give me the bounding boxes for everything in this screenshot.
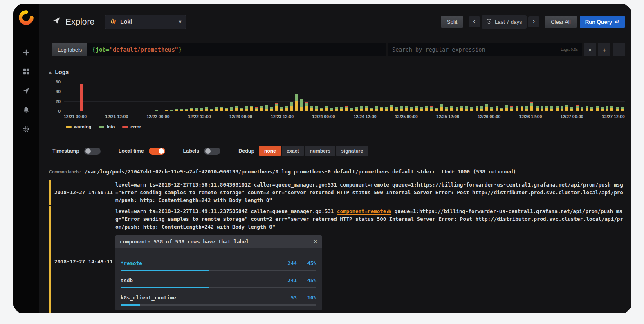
collapse-query-button[interactable]: − (613, 43, 625, 56)
y-axis-label: 20 (56, 99, 61, 104)
chart-bar (180, 109, 183, 111)
chart-bar (561, 106, 563, 111)
chart-bar (355, 107, 358, 111)
label-stat-row[interactable]: k8s_client_runtime 53 10% (121, 294, 316, 306)
label-filter-link[interactable]: component=remote (337, 208, 391, 215)
run-query-button[interactable]: Run Query ↵ (580, 16, 625, 28)
limit-value: 1000 (538 returned) (458, 169, 516, 175)
explore-icon[interactable] (22, 87, 30, 95)
label-stat-name[interactable]: k8s_client_runtime (121, 294, 274, 302)
plus-icon[interactable] (22, 48, 30, 56)
common-labels-label: Common labels: (49, 170, 81, 174)
toggle-knob (205, 148, 211, 154)
label-stat-bar-fill (121, 304, 140, 306)
chart-bar (235, 106, 238, 111)
query-input[interactable]: {job="default/prometheus"} (87, 43, 386, 56)
label-stat-pct: 45% (297, 277, 316, 284)
log-rows: 2018-12-27 14:58:11 level=warn ts=2018-1… (49, 180, 625, 313)
time-range-button[interactable]: Last 7 days (482, 15, 527, 29)
clear-all-button[interactable]: Clear All (545, 16, 576, 28)
time-forward-button[interactable]: › (528, 16, 540, 27)
split-button[interactable]: Split (441, 16, 463, 28)
chart-plot-area[interactable] (64, 82, 625, 111)
chart-bar (505, 105, 508, 111)
datasource-picker[interactable]: Loki ▾ (105, 15, 186, 29)
chart-bar (601, 107, 604, 111)
chart-bar (80, 84, 83, 111)
chart-bar (310, 106, 313, 111)
query-label-key: job (96, 46, 106, 53)
close-icon[interactable]: × (314, 238, 317, 245)
chart-bar (576, 105, 579, 111)
dedup-option-signature[interactable]: signature (336, 146, 368, 156)
log-labels-button[interactable]: Log labels (52, 43, 87, 56)
dedup-option-none[interactable]: none (259, 146, 281, 156)
time-back-button[interactable]: ‹ (469, 16, 480, 27)
chart-bar (521, 106, 523, 111)
chart-bar (315, 106, 318, 111)
chart-bar (430, 106, 433, 111)
remove-query-button[interactable]: × (584, 43, 596, 56)
chart-bar (205, 107, 208, 111)
chart-bar (385, 107, 388, 111)
label-stat-row[interactable]: tsdb 241 45% (121, 277, 316, 288)
grafana-logo[interactable] (18, 10, 34, 25)
chart-bar (550, 106, 553, 111)
log-timestamp: 2018-12-27 14:58:11 (51, 189, 115, 196)
chart-y-axis: 6040200 (52, 82, 64, 111)
label-stat-count: 53 (274, 294, 297, 302)
log-row[interactable]: 2018-12-27 14:58:11 level=warn ts=2018-1… (49, 180, 625, 205)
log-row[interactable]: 2018-12-27 14:49:11 level=warn ts=2018-1… (49, 206, 625, 313)
label-stat-row[interactable]: *remote 244 45% (121, 259, 316, 271)
legend-item-warning[interactable]: warning (66, 124, 91, 129)
x-axis-label: 12/23 00:00 (229, 114, 252, 119)
labels-toggle[interactable] (204, 148, 220, 155)
alerting-icon[interactable] (22, 106, 30, 114)
local-time-toggle[interactable] (149, 148, 165, 155)
label-stats-header: component: 538 of 538 rows have that lab… (115, 235, 322, 248)
configuration-icon[interactable] (22, 125, 30, 133)
chart-bar (290, 102, 293, 111)
chart-bar (621, 107, 624, 111)
query-row: Log labels {job="default/prometheus"} Lo… (52, 43, 625, 56)
chart-bar (185, 109, 188, 111)
regex-search-input[interactable] (392, 46, 557, 53)
logs-section-header[interactable]: ▴ Logs (49, 69, 625, 75)
chart-bar (450, 106, 453, 111)
chevron-down-icon: ▾ (179, 19, 181, 25)
chart-bar (200, 108, 203, 111)
timestamp-toggle[interactable] (84, 148, 101, 155)
chart-bar (240, 108, 243, 111)
label-filter-text: component=remote (337, 208, 386, 214)
chart-bar (476, 106, 478, 111)
query-stats: Logs: 0.3s (561, 47, 578, 52)
chart-bar (545, 106, 548, 111)
bar-chart-icon (387, 209, 391, 213)
dedup-option-numbers[interactable]: numbers (305, 146, 335, 156)
chart-bar (345, 106, 348, 111)
chart-bar (536, 106, 539, 111)
chart-bar (400, 106, 403, 111)
chart-bar (190, 108, 193, 111)
add-query-button[interactable]: + (598, 43, 610, 56)
label-stat-name[interactable]: *remote (121, 259, 274, 267)
dedup-option-exact[interactable]: exact (282, 146, 304, 156)
label-stats-body: *remote 244 45% tsdb 241 45% (115, 248, 322, 310)
log-line[interactable]: level=warn ts=2018-12-27T13:58:11.804308… (115, 181, 625, 204)
chart-bar (170, 110, 173, 111)
chart-bar (410, 107, 413, 111)
chart-bar (265, 105, 268, 111)
query-brace-open: { (92, 46, 95, 53)
chart-bar (340, 107, 343, 111)
y-axis-label: 0 (58, 109, 61, 114)
legend-label: warning (74, 124, 91, 129)
dashboards-icon[interactable] (22, 68, 30, 76)
legend-item-error[interactable]: error (122, 124, 141, 129)
chart-bar (175, 109, 178, 111)
chart-bar (485, 104, 488, 111)
legend-item-info[interactable]: info (99, 124, 115, 129)
label-stats-title: component: 538 of 538 rows have that lab… (120, 238, 249, 245)
label-stat-name[interactable]: tsdb (121, 277, 274, 284)
chart-bar (530, 102, 533, 111)
log-line[interactable]: level=warn ts=2018-12-27T13:49:11.237585… (115, 207, 625, 313)
